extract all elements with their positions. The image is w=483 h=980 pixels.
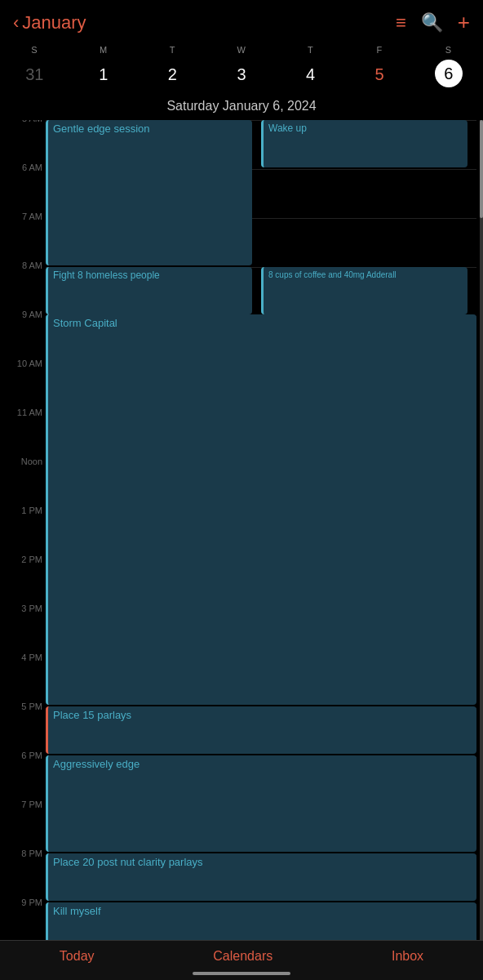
- day-of-week-row: S M T W T F S: [0, 42, 483, 56]
- label-9pm: 9 PM: [2, 898, 42, 907]
- event-gentle-edge[interactable]: Gentle edge session: [46, 120, 252, 265]
- date-6-today[interactable]: 6: [435, 60, 463, 87]
- label-10am: 10 AM: [2, 359, 42, 368]
- event-storm-capital-title: Storm Capital: [53, 317, 117, 329]
- date-31[interactable]: 31: [0, 60, 69, 89]
- date-3[interactable]: 3: [207, 60, 277, 89]
- back-button[interactable]: ‹ January: [13, 12, 86, 33]
- label-4pm: 4 PM: [2, 653, 42, 662]
- date-2[interactable]: 2: [138, 60, 207, 89]
- tab-today[interactable]: Today: [60, 949, 95, 964]
- list-icon[interactable]: ≡: [396, 12, 406, 33]
- home-indicator: [193, 972, 290, 975]
- label-5am: 5 AM: [2, 120, 42, 123]
- dow-wed: W: [207, 45, 277, 55]
- search-icon[interactable]: 🔍: [421, 12, 443, 33]
- event-aggressively-edge-title: Aggressively edge: [53, 758, 140, 770]
- label-11am: 11 AM: [2, 408, 42, 417]
- timeline-scroll-area[interactable]: 5 AM 6 AM 7 AM 8 AM 9 AM 10 AM 11 AM Noo…: [0, 120, 483, 980]
- date-5[interactable]: 5: [345, 60, 414, 89]
- event-wake-up-title: Wake up: [268, 122, 307, 134]
- event-post-nut-title: Place 20 post nut clarity parlays: [53, 856, 203, 868]
- events-container: Gentle edge session Wake up Fight 8 home…: [46, 120, 476, 980]
- back-chevron-icon: ‹: [13, 12, 19, 33]
- event-gentle-edge-title: Gentle edge session: [53, 122, 150, 135]
- dow-fri: F: [345, 45, 414, 55]
- event-parlays-15[interactable]: Place 15 parlays: [46, 706, 476, 754]
- label-noon: Noon: [2, 457, 42, 466]
- tab-calendars-label: Calendars: [213, 949, 273, 963]
- dow-sat: S: [414, 45, 483, 55]
- label-6pm: 6 PM: [2, 751, 42, 760]
- header: ‹ January ≡ 🔍 +: [0, 0, 483, 42]
- selected-day-label: Saturday January 6, 2024: [0, 94, 483, 120]
- label-7pm: 7 PM: [2, 800, 42, 809]
- event-fight[interactable]: Fight 8 homeless people: [46, 267, 252, 314]
- dow-thu: T: [276, 45, 345, 55]
- date-4[interactable]: 4: [276, 60, 345, 89]
- event-aggressively-edge[interactable]: Aggressively edge: [46, 755, 476, 852]
- event-fight-title: Fight 8 homeless people: [53, 270, 160, 281]
- label-3pm: 3 PM: [2, 604, 42, 613]
- event-wake-up[interactable]: Wake up: [261, 120, 467, 167]
- event-parlays-15-title: Place 15 parlays: [53, 709, 131, 721]
- event-kill-myself-title: Kill myself: [53, 905, 101, 917]
- header-actions: ≡ 🔍 +: [396, 10, 470, 35]
- timeline-wrapper: 5 AM 6 AM 7 AM 8 AM 9 AM 10 AM 11 AM Noo…: [0, 120, 483, 980]
- scroll-bar[interactable]: [480, 120, 483, 980]
- date-row: 31 1 2 3 4 5 6: [0, 56, 483, 94]
- label-8pm: 8 PM: [2, 849, 42, 858]
- label-1pm: 1 PM: [2, 506, 42, 515]
- tab-today-label: Today: [60, 949, 95, 963]
- dow-sun: S: [0, 45, 69, 55]
- tab-inbox[interactable]: Inbox: [392, 949, 423, 964]
- event-coffee-title: 8 cups of coffee and 40mg Adderall: [268, 270, 397, 279]
- date-6-wrapper[interactable]: 6: [414, 60, 483, 89]
- label-7am: 7 AM: [2, 212, 42, 221]
- tab-calendars[interactable]: Calendars: [213, 949, 273, 964]
- label-8am: 8 AM: [2, 261, 42, 270]
- date-1[interactable]: 1: [69, 60, 139, 89]
- event-storm-capital[interactable]: Storm Capital: [46, 314, 476, 705]
- dow-tue: T: [138, 45, 207, 55]
- dow-mon: M: [69, 45, 139, 55]
- scroll-thumb[interactable]: [480, 120, 483, 218]
- header-month[interactable]: January: [22, 12, 86, 33]
- label-9am: 9 AM: [2, 310, 42, 319]
- tab-inbox-label: Inbox: [392, 949, 423, 963]
- add-icon[interactable]: +: [458, 10, 470, 35]
- label-5pm: 5 PM: [2, 702, 42, 711]
- event-post-nut-parlays[interactable]: Place 20 post nut clarity parlays: [46, 853, 476, 901]
- event-coffee[interactable]: 8 cups of coffee and 40mg Adderall: [261, 267, 467, 314]
- label-6am: 6 AM: [2, 163, 42, 172]
- label-2pm: 2 PM: [2, 555, 42, 564]
